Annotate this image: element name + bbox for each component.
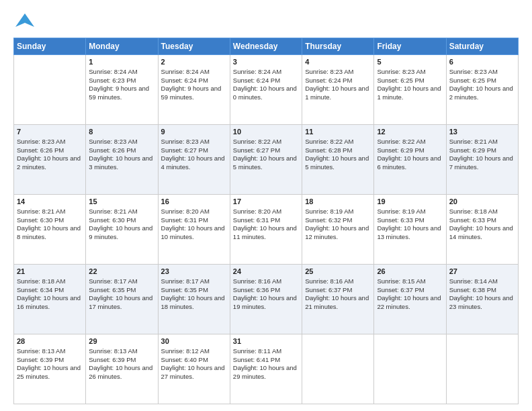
page: SundayMondayTuesdayWednesdayThursdayFrid… xyxy=(0,0,532,411)
daylight-text: Daylight: 10 hours and 23 minutes. xyxy=(449,294,515,312)
daylight-text: Daylight: 10 hours and 12 minutes. xyxy=(305,224,371,242)
sunrise-text: Sunrise: 8:23 AM xyxy=(377,68,443,77)
day-number: 30 xyxy=(161,336,227,347)
day-number: 3 xyxy=(233,57,299,67)
sunrise-text: Sunrise: 8:19 AM xyxy=(305,208,371,216)
sunrise-text: Sunrise: 8:24 AM xyxy=(89,68,154,77)
sunset-text: Sunset: 6:27 PM xyxy=(161,146,227,155)
calendar-cell: 23Sunrise: 8:17 AMSunset: 6:35 PMDayligh… xyxy=(158,265,230,334)
daylight-text: Daylight: 9 hours and 59 minutes. xyxy=(89,85,154,102)
day-number: 13 xyxy=(449,127,515,137)
sunrise-text: Sunrise: 8:13 AM xyxy=(17,347,83,356)
sunset-text: Sunset: 6:26 PM xyxy=(17,146,83,155)
daylight-text: Daylight: 10 hours and 3 minutes. xyxy=(89,154,154,172)
sunset-text: Sunset: 6:41 PM xyxy=(233,356,299,365)
daylight-text: Daylight: 10 hours and 2 minutes. xyxy=(449,85,515,102)
day-header-wednesday: Wednesday xyxy=(230,38,302,55)
calendar-cell: 29Sunrise: 8:13 AMSunset: 6:39 PMDayligh… xyxy=(86,334,158,404)
day-number: 27 xyxy=(449,267,515,277)
day-number: 14 xyxy=(17,197,83,207)
calendar-cell: 13Sunrise: 8:21 AMSunset: 6:29 PMDayligh… xyxy=(446,125,518,195)
sunrise-text: Sunrise: 8:18 AM xyxy=(17,277,83,286)
day-number: 20 xyxy=(449,197,515,207)
day-number: 26 xyxy=(377,267,443,277)
day-header-thursday: Thursday xyxy=(302,38,374,55)
calendar-cell xyxy=(374,334,446,404)
calendar-cell: 9Sunrise: 8:23 AMSunset: 6:27 PMDaylight… xyxy=(158,125,230,195)
day-number: 6 xyxy=(449,57,515,67)
sunrise-text: Sunrise: 8:14 AM xyxy=(449,277,515,286)
calendar-cell xyxy=(302,334,374,404)
calendar-cell: 8Sunrise: 8:23 AMSunset: 6:26 PMDaylight… xyxy=(86,125,158,195)
sunset-text: Sunset: 6:35 PM xyxy=(89,286,154,295)
day-number: 5 xyxy=(377,57,443,67)
calendar-table: SundayMondayTuesdayWednesdayThursdayFrid… xyxy=(13,38,519,404)
day-number: 24 xyxy=(233,267,299,277)
sunrise-text: Sunrise: 8:16 AM xyxy=(305,277,371,286)
sunrise-text: Sunrise: 8:20 AM xyxy=(233,208,299,216)
sunrise-text: Sunrise: 8:23 AM xyxy=(305,68,371,77)
calendar-cell: 22Sunrise: 8:17 AMSunset: 6:35 PMDayligh… xyxy=(86,265,158,334)
day-number: 1 xyxy=(89,57,154,67)
logo xyxy=(13,12,34,31)
sunrise-text: Sunrise: 8:21 AM xyxy=(89,208,154,216)
sunrise-text: Sunrise: 8:17 AM xyxy=(89,277,154,286)
sunset-text: Sunset: 6:24 PM xyxy=(233,77,299,85)
daylight-text: Daylight: 10 hours and 5 minutes. xyxy=(233,154,299,172)
sunset-text: Sunset: 6:29 PM xyxy=(449,146,515,155)
daylight-text: Daylight: 10 hours and 17 minutes. xyxy=(89,294,154,312)
daylight-text: Daylight: 10 hours and 11 minutes. xyxy=(233,224,299,242)
sunset-text: Sunset: 6:29 PM xyxy=(377,146,443,155)
calendar-cell: 30Sunrise: 8:12 AMSunset: 6:40 PMDayligh… xyxy=(158,334,230,404)
sunrise-text: Sunrise: 8:20 AM xyxy=(161,208,227,216)
daylight-text: Daylight: 10 hours and 1 minute. xyxy=(377,85,443,102)
sunrise-text: Sunrise: 8:12 AM xyxy=(161,347,227,356)
day-number: 31 xyxy=(233,336,299,347)
day-number: 2 xyxy=(161,57,227,67)
svg-marker-0 xyxy=(15,13,34,27)
daylight-text: Daylight: 10 hours and 9 minutes. xyxy=(89,224,154,242)
calendar-cell: 11Sunrise: 8:22 AMSunset: 6:28 PMDayligh… xyxy=(302,125,374,195)
calendar-cell: 19Sunrise: 8:19 AMSunset: 6:33 PMDayligh… xyxy=(374,195,446,265)
sunrise-text: Sunrise: 8:24 AM xyxy=(233,68,299,77)
sunset-text: Sunset: 6:24 PM xyxy=(305,77,371,85)
daylight-text: Daylight: 9 hours and 59 minutes. xyxy=(161,85,227,102)
sunrise-text: Sunrise: 8:22 AM xyxy=(305,138,371,146)
day-header-saturday: Saturday xyxy=(446,38,518,55)
calendar-cell: 17Sunrise: 8:20 AMSunset: 6:31 PMDayligh… xyxy=(230,195,302,265)
sunset-text: Sunset: 6:39 PM xyxy=(89,356,154,365)
day-number: 17 xyxy=(233,197,299,207)
calendar-cell: 10Sunrise: 8:22 AMSunset: 6:27 PMDayligh… xyxy=(230,125,302,195)
daylight-text: Daylight: 10 hours and 4 minutes. xyxy=(161,154,227,172)
sunrise-text: Sunrise: 8:15 AM xyxy=(377,277,443,286)
daylight-text: Daylight: 10 hours and 8 minutes. xyxy=(17,224,83,242)
calendar-week-row: 28Sunrise: 8:13 AMSunset: 6:39 PMDayligh… xyxy=(14,334,519,404)
day-number: 12 xyxy=(377,127,443,137)
day-header-sunday: Sunday xyxy=(14,38,86,55)
daylight-text: Daylight: 10 hours and 13 minutes. xyxy=(377,224,443,242)
calendar-cell: 7Sunrise: 8:23 AMSunset: 6:26 PMDaylight… xyxy=(14,125,86,195)
day-number: 28 xyxy=(17,336,83,347)
sunrise-text: Sunrise: 8:24 AM xyxy=(161,68,227,77)
calendar-cell: 27Sunrise: 8:14 AMSunset: 6:38 PMDayligh… xyxy=(446,265,518,334)
calendar-cell: 21Sunrise: 8:18 AMSunset: 6:34 PMDayligh… xyxy=(14,265,86,334)
daylight-text: Daylight: 10 hours and 10 minutes. xyxy=(161,224,227,242)
daylight-text: Daylight: 10 hours and 7 minutes. xyxy=(449,154,515,172)
logo-bird-icon xyxy=(15,12,34,28)
sunrise-text: Sunrise: 8:23 AM xyxy=(161,138,227,146)
day-header-tuesday: Tuesday xyxy=(158,38,230,55)
daylight-text: Daylight: 10 hours and 14 minutes. xyxy=(449,224,515,242)
day-number: 18 xyxy=(305,197,371,207)
calendar-header-row: SundayMondayTuesdayWednesdayThursdayFrid… xyxy=(14,38,519,55)
daylight-text: Daylight: 10 hours and 21 minutes. xyxy=(305,294,371,312)
calendar-cell xyxy=(446,334,518,404)
sunrise-text: Sunrise: 8:22 AM xyxy=(233,138,299,146)
day-number: 21 xyxy=(17,267,83,277)
sunset-text: Sunset: 6:31 PM xyxy=(161,216,227,225)
sunset-text: Sunset: 6:26 PM xyxy=(89,146,154,155)
calendar-cell: 16Sunrise: 8:20 AMSunset: 6:31 PMDayligh… xyxy=(158,195,230,265)
day-number: 7 xyxy=(17,127,83,137)
daylight-text: Daylight: 10 hours and 1 minute. xyxy=(305,85,371,102)
daylight-text: Daylight: 10 hours and 26 minutes. xyxy=(89,364,154,381)
sunrise-text: Sunrise: 8:22 AM xyxy=(377,138,443,146)
